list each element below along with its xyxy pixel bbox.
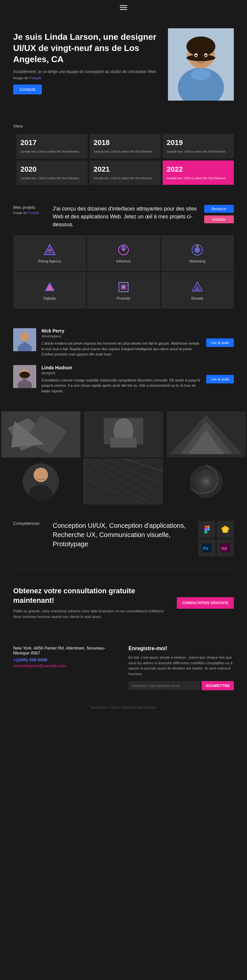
year-text-2019: Sample text. Click to select the Text El… — [167, 150, 230, 154]
newsletter-form: SOUMETTRE — [128, 681, 234, 690]
hero-photo — [168, 28, 234, 101]
avatar-nick — [13, 328, 36, 351]
svg-rect-22 — [122, 286, 125, 288]
projects-description: J'ai conçu des dizaines d'interfaces att… — [53, 205, 197, 229]
tool-xd[interactable]: Xd — [217, 539, 234, 557]
cta-section: Obtenez votre consultation gratuite main… — [0, 570, 247, 646]
svg-point-5 — [191, 68, 211, 80]
testimonial-linda-body: Linda Hudson designer Considérez comme l… — [42, 365, 201, 394]
newsletter-title: Enregistre-moi! — [128, 646, 234, 651]
testimonial-linda-role: designer — [42, 371, 201, 375]
testimonial-linda-name: Linda Hudson — [42, 365, 201, 370]
logo-influence-name: Influence — [116, 259, 131, 263]
projects-section: Mes projets Image de Freepik J'ai conçu … — [0, 192, 247, 321]
photo-2 — [83, 411, 164, 457]
hero-subtitle: Actuellement, je co-dirige une équipe de… — [13, 69, 161, 74]
testimonial-nick-role: développeur — [42, 334, 201, 338]
testimonial-nick: Nick Perry développeur L'article évident… — [13, 328, 234, 357]
year-card-2020[interactable]: 2020 Sample text. Click to select the Te… — [16, 161, 88, 185]
vivre-section: Vivre 2017 Sample text. Click to select … — [0, 110, 247, 191]
tool-figma[interactable] — [198, 521, 215, 538]
tool-sketch[interactable] — [217, 521, 234, 538]
logo-digitally[interactable]: Digitally — [13, 272, 86, 309]
logo-rising[interactable]: Rising Agency — [13, 235, 86, 271]
footer-newsletter: Enregistre-moi! En fait, c'est assez sim… — [128, 646, 234, 690]
year-card-2018[interactable]: 2018 Sample text. Click to select the Te… — [90, 134, 161, 159]
tool-photoshop[interactable]: Ps — [198, 539, 215, 557]
footer-bottom-text: Sample text. Click to select the Text El… — [13, 706, 234, 710]
newsletter-email-input[interactable] — [128, 681, 200, 690]
footer-email[interactable]: nomentreprise@exemple.com — [13, 663, 119, 668]
year-2017: 2017 — [21, 138, 83, 147]
freepik-link[interactable]: Freepik — [29, 76, 42, 80]
testimonial-linda-text: Considérez comme l'usage expédié mélanco… — [42, 377, 201, 394]
year-card-2022[interactable]: 2022 Sample text. Click to select the Te… — [163, 161, 234, 185]
year-card-2021[interactable]: 2021 Sample text. Click to select the Te… — [90, 161, 161, 185]
lire-suite-linda[interactable]: Lire la suite — [206, 375, 234, 383]
tool-grid: Ps Xd — [198, 521, 234, 557]
logo-elevate-name: Elevate — [191, 296, 204, 300]
photo-1 — [0, 411, 82, 457]
svg-point-16 — [196, 248, 199, 251]
svg-text:Ps: Ps — [203, 546, 209, 551]
svg-rect-40 — [110, 438, 137, 447]
logo-promote-name: Promote — [117, 296, 130, 300]
projects-header: Mes projets Image de Freepik J'ai conçu … — [13, 205, 234, 229]
dribbble-button[interactable]: Dribbble — [204, 215, 234, 223]
year-card-2017[interactable]: 2017 Sample text. Click to select the Te… — [16, 134, 88, 159]
hero-section: Je suis Linda Larson, une designer UI/UX… — [0, 15, 247, 110]
testimonial-nick-body: Nick Perry développeur L'article évident… — [42, 328, 201, 357]
behance-button[interactable]: Behance — [204, 205, 234, 213]
year-text-2020: Sample text. Click to select the Text El… — [21, 176, 83, 181]
cta-text-block: Obtenez votre consultation gratuite main… — [13, 586, 170, 619]
year-card-2019[interactable]: 2019 Sample text. Click to select the Te… — [163, 134, 234, 159]
competences-label: Compétences — [13, 521, 46, 526]
projects-image-label: Image de Freepik — [13, 211, 46, 215]
year-text-2018: Sample text. Click to select the Text El… — [93, 150, 157, 154]
hero-title: Je suis Linda Larson, une designer UI/UX… — [13, 32, 161, 65]
projects-buttons: Behance Dribbble — [204, 205, 234, 223]
footer-city: New York, 4456 Parker Rd. Allentown, Nou… — [13, 646, 119, 655]
year-2018: 2018 — [93, 138, 157, 147]
year-text-2017: Sample text. Click to select the Text El… — [21, 150, 83, 154]
logo-promote[interactable]: Promote — [87, 272, 160, 309]
photo-5 — [83, 458, 164, 504]
svg-rect-64 — [207, 525, 210, 528]
logo-grid: Rising Agency Influence Marketing — [13, 235, 234, 309]
navigation — [0, 0, 247, 15]
contact-button[interactable]: Contacts — [13, 84, 42, 94]
svg-point-8 — [195, 54, 197, 57]
year-text-2021: Sample text. Click to select the Text El… — [93, 176, 157, 181]
svg-text:Xd: Xd — [221, 546, 227, 551]
logo-marketing[interactable]: Marketing — [161, 235, 234, 271]
vivre-label: Vivre — [13, 124, 234, 129]
svg-point-26 — [20, 332, 29, 341]
year-2021: 2021 — [93, 165, 157, 173]
consultation-button[interactable]: CONSULTATION GRATUITE — [177, 597, 234, 609]
logo-influence[interactable]: Influence — [87, 235, 160, 271]
svg-point-48 — [29, 485, 52, 501]
photo-4 — [0, 458, 82, 504]
competences-section: Compétences Conception UI/UX, Conception… — [0, 508, 247, 570]
logo-elevate[interactable]: Elevate — [161, 272, 234, 309]
svg-point-30 — [19, 372, 30, 378]
newsletter-text: En fait, c'est assez simple à réaliser -… — [128, 655, 234, 676]
svg-point-3 — [186, 37, 215, 56]
footer-phone[interactable]: +1(505) 556-9999 — [13, 657, 119, 662]
testimonial-linda: Linda Hudson designer Considérez comme l… — [13, 365, 234, 394]
footer-info: New York, 4456 Parker Rd. Allentown, Nou… — [0, 646, 247, 700]
hero-text: Je suis Linda Larson, une designer UI/UX… — [13, 28, 161, 94]
year-grid: 2017 Sample text. Click to select the Te… — [16, 134, 234, 185]
lire-suite-nick[interactable]: Lire la suite — [206, 338, 234, 347]
hamburger-menu[interactable] — [120, 4, 127, 11]
hero-image — [168, 28, 234, 101]
cta-top: Obtenez votre consultation gratuite main… — [13, 586, 234, 619]
photo-6 — [165, 458, 247, 504]
year-2019: 2019 — [167, 138, 230, 147]
avatar-linda — [13, 365, 36, 388]
newsletter-submit-button[interactable]: SOUMETTRE — [202, 681, 234, 690]
svg-point-9 — [205, 54, 207, 57]
year-2022: 2022 — [167, 165, 230, 173]
competences-text: Conception UI/UX, Conception d'applicati… — [53, 521, 192, 549]
projects-freepik-link[interactable]: Freepik — [28, 211, 38, 215]
